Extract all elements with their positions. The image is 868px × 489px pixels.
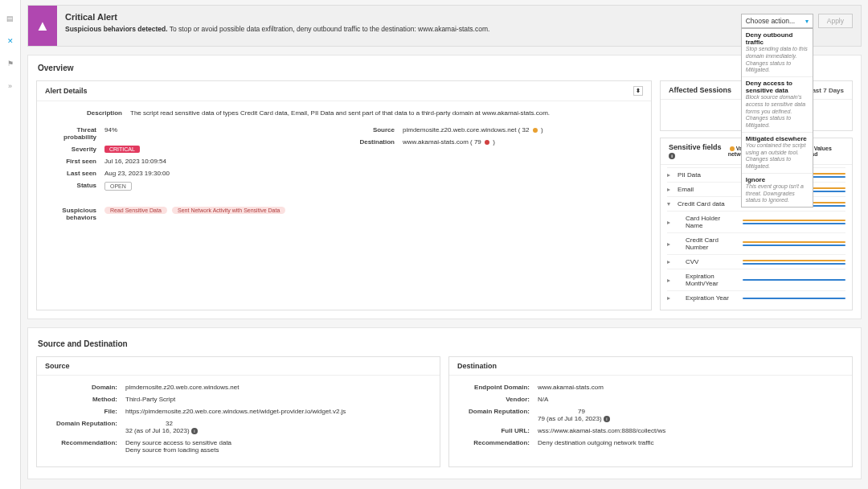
last-seen: Aug 23, 2023 19:30:00 — [104, 170, 332, 177]
sensitive-fields-title: Sensitive fields — [669, 143, 722, 151]
chevron-double-icon[interactable]: » — [5, 80, 16, 92]
source-recommendation: Deny source access to sensitive dataDeny… — [125, 439, 430, 454]
overview-title: Overview — [27, 55, 862, 76]
source-reputation: 3232 (as of Jul 16, 2023) i — [125, 420, 430, 434]
collapse-button[interactable]: ⬍ — [633, 86, 643, 96]
sensitive-row-cvv[interactable]: ▸CVV — [667, 254, 845, 269]
behavior-pill: Sent Network Activity with Sensitive Dat… — [172, 207, 285, 214]
description: The script read sensitive data of types … — [130, 109, 641, 117]
sensitive-row-card-holder[interactable]: ▸Card Holder Name — [667, 211, 845, 232]
status-badge: OPEN — [104, 182, 132, 191]
source-method: Third-Party Script — [125, 396, 430, 403]
sensitive-row-cc-number[interactable]: ▸Credit Card Number — [667, 232, 845, 254]
source-destination-title: Source and Destination — [27, 327, 862, 351]
threat-probability: 94% — [104, 126, 332, 141]
action-select[interactable]: Choose action... ▾ — [741, 14, 813, 28]
option-deny-outbound[interactable]: Deny outbound traffic Stop sending data … — [742, 29, 813, 77]
destination-value: www.akamai-stats.com ( 79 ) — [403, 138, 641, 146]
critical-alert-card: ▲ Critical Alert Suspicious behaviors de… — [27, 5, 862, 47]
dest-url: wss://www.akamai-stats.com:8888/collect/… — [538, 427, 842, 434]
dot-icon — [533, 128, 538, 133]
flag-icon[interactable]: ⚑ — [5, 58, 16, 69]
dot-icon — [485, 140, 489, 145]
dest-domain: www.akamai-stats.com — [538, 384, 842, 391]
action-dropdown: Deny outbound traffic Stop sending data … — [741, 28, 813, 208]
alert-triangle-icon: ▲ — [28, 6, 57, 46]
info-icon[interactable]: i — [669, 153, 675, 159]
apply-button[interactable]: Apply — [818, 14, 853, 28]
source-title: Source — [45, 362, 70, 370]
first-seen: Jul 16, 2023 10:09:54 — [104, 158, 332, 165]
alert-message: Suspicious behaviors detected. To stop o… — [65, 25, 853, 33]
side-rail: ▤ ✕ ⚑ » — [0, 0, 21, 489]
behavior-pill: Read Sensitive Data — [104, 207, 167, 214]
source-card: Source Domain:pimdemosite.z20.web.core.w… — [36, 356, 440, 467]
option-deny-sensitive[interactable]: Deny access to sensitive data Block sour… — [742, 77, 813, 133]
destination-card: Destination Endpoint Domain:www.akamai-s… — [448, 356, 853, 467]
sensitive-row-exp-my[interactable]: ▸Expiration Month/Year — [667, 269, 845, 290]
dest-vendor: N/A — [538, 396, 842, 403]
info-icon[interactable]: i — [191, 428, 198, 434]
severity-badge: CRITICAL — [104, 146, 140, 153]
main-content: ▲ Critical Alert Suspicious behaviors de… — [21, 0, 868, 489]
alert-details-card: Alert Details ⬍ Description The script r… — [36, 80, 652, 310]
source-domain: pimdemosite.z20.web.core.windows.net — [125, 384, 430, 391]
tools-icon[interactable]: ✕ — [5, 35, 16, 47]
dest-recommendation: Deny destination outgoing network traffi… — [538, 439, 842, 446]
doc-icon[interactable]: ▤ — [5, 13, 16, 24]
chevron-down-icon: ▾ — [805, 18, 809, 25]
info-icon[interactable]: i — [604, 416, 610, 422]
option-mitigated-elsewhere[interactable]: Mitigated elsewhere You contained the sc… — [742, 133, 813, 174]
alert-details-title: Alert Details — [45, 87, 88, 95]
source-value: pimdemosite.z20.web.core.windows.net ( 3… — [403, 126, 641, 134]
alert-title: Critical Alert — [65, 12, 853, 22]
dest-reputation: 7979 (as of Jul 16, 2023) i — [538, 408, 842, 422]
sensitive-row-exp-y[interactable]: ▸Expiration Year — [667, 290, 845, 305]
destination-title: Destination — [457, 362, 497, 370]
source-file: https://pimdemosite.z20.web.core.windows… — [125, 408, 430, 415]
option-ignore[interactable]: Ignore This event group isn't a threat. … — [742, 174, 813, 207]
affected-sessions-title: Affected Sessions — [669, 86, 731, 94]
last-7-days: Last 7 Days — [809, 87, 844, 94]
